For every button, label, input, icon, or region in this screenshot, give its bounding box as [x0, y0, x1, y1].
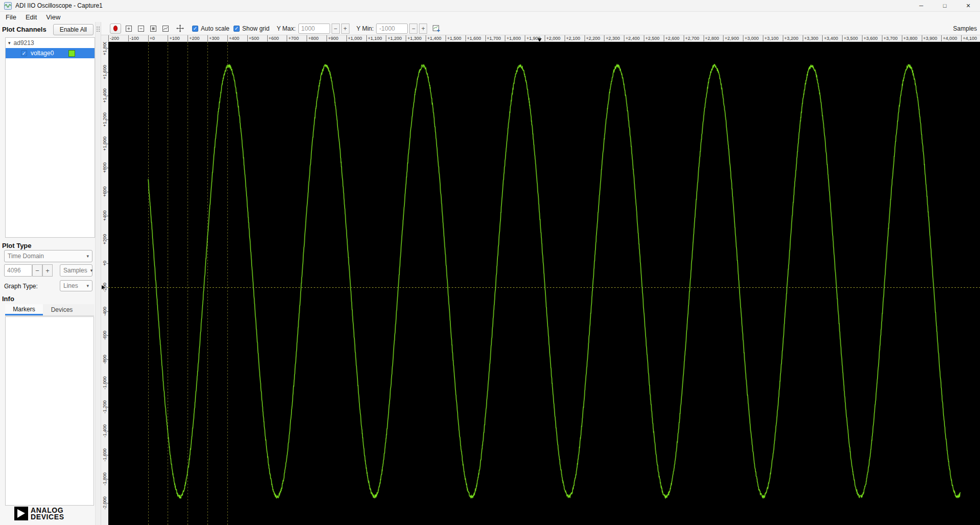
x-axis-tick-label: +3,600 [862, 35, 878, 41]
y-axis-ruler: +1,800+1,600+1,400+1,200+1,000+800+600+4… [101, 42, 108, 525]
x-axis-tick-label: +600 [267, 35, 279, 41]
title-bar: ADI IIO Oscilloscope - Capture1 ─ □ × [0, 0, 980, 12]
autoscale-control: ✓ Auto scale [192, 25, 229, 32]
menu-view[interactable]: View [41, 12, 65, 22]
ruler-corner [101, 35, 108, 42]
menu-file[interactable]: File [1, 12, 21, 22]
zoom-in-icon[interactable] [125, 25, 133, 33]
menu-bar: File Edit View [0, 12, 980, 22]
info-tabs: Markers Devices [5, 304, 94, 316]
x-axis-tick-label: +1,100 [366, 35, 382, 41]
zoom-fit-icon[interactable] [149, 25, 157, 33]
x-axis-tick-label: +4,000 [941, 35, 957, 41]
x-axis-tick-label: +1,400 [426, 35, 441, 41]
x-axis-tick-label: +500 [247, 35, 259, 41]
x-axis-tick-label: +4,100 [961, 35, 977, 41]
sample-count-decrement[interactable]: − [32, 264, 42, 277]
x-axis-tick-label: +3,900 [922, 35, 938, 41]
ymin-increment[interactable]: + [419, 24, 427, 34]
x-axis-tick-label: +300 [207, 35, 219, 41]
x-axis-tick-label: +1,000 [346, 35, 362, 41]
tab-devices[interactable]: Devices [43, 304, 81, 315]
new-plot-icon[interactable] [432, 25, 440, 33]
device-row-ad9213[interactable]: ▾ ad9213 [6, 38, 95, 48]
x-axis-tick-label: +3,500 [842, 35, 858, 41]
x-axis-tick-label: +900 [326, 35, 338, 41]
x-axis-tick-label: +2,200 [585, 35, 600, 41]
ymax-decrement[interactable]: − [332, 24, 340, 34]
pane-handle-icon [96, 26, 100, 32]
maximize-button[interactable]: □ [933, 0, 956, 11]
x-axis-tick-label: +3,300 [803, 35, 819, 41]
plot-region: -200-100+0+100+200+300+400+500+600+700+8… [101, 35, 980, 525]
x-axis-tick-label: +100 [168, 35, 179, 41]
x-axis-tick-label: +3,700 [882, 35, 898, 41]
pane-splitter[interactable] [95, 22, 101, 525]
x-axis-tick-label: +200 [188, 35, 199, 41]
enable-all-button[interactable]: Enable All [53, 24, 94, 35]
graph-type-value: Lines [63, 282, 78, 289]
x-axis-tick-label: +1,800 [505, 35, 521, 41]
chevron-down-icon: ▾ [83, 254, 89, 259]
showgrid-control: ✓ Show grid [234, 25, 269, 32]
ymax-label: Y Max: [276, 25, 295, 32]
sample-unit-value: Samples [63, 267, 87, 274]
chevron-down-icon: ▾ [83, 283, 89, 288]
sample-count-input[interactable] [4, 264, 32, 277]
graph-type-label: Graph Type: [4, 283, 38, 290]
ymin-decrement[interactable]: − [409, 24, 417, 34]
expander-icon[interactable]: ▾ [8, 40, 11, 45]
autoscale-label: Auto scale [201, 25, 229, 32]
sample-count-increment[interactable]: + [42, 264, 53, 277]
channel-name: voltage0 [31, 50, 54, 57]
x-axis-tick-label: +1,600 [465, 35, 481, 41]
sample-unit-dropdown[interactable]: Samples ▾ [60, 264, 92, 277]
main-panel: ✓ Auto scale ✓ Show grid Y Max: − + Y Mi… [101, 22, 980, 525]
chevron-down-icon: ▾ [87, 268, 93, 273]
x-axis-tick-label: +2,900 [723, 35, 739, 41]
close-button[interactable]: × [956, 0, 980, 11]
capture-button[interactable] [110, 24, 121, 34]
ymax-input[interactable] [298, 24, 330, 34]
ymax-increment[interactable]: + [341, 24, 349, 34]
channel-row-voltage0[interactable]: ✓ voltage0 [6, 48, 95, 58]
zoom-reset-icon[interactable] [161, 25, 170, 33]
autoscale-checkbox[interactable]: ✓ [192, 26, 198, 32]
x-axis-tick-label: +2,100 [565, 35, 580, 41]
x-axis-tick-label: +800 [307, 35, 318, 41]
ymin-input[interactable] [376, 24, 408, 34]
sidebar: Plot Channels Enable All ▾ ad9213 ✓ volt… [0, 22, 95, 525]
minimize-button[interactable]: ─ [909, 0, 933, 11]
x-axis-tick-label: -200 [108, 35, 119, 41]
info-panel [5, 316, 94, 506]
x-axis-tick-label: +1,300 [406, 35, 422, 41]
plot-type-dropdown[interactable]: Time Domain ▾ [4, 250, 92, 262]
check-icon: ✓ [235, 26, 239, 31]
x-axis-tick-label: -100 [128, 35, 139, 41]
check-icon: ✓ [22, 51, 26, 56]
x-axis-unit-label: Samples [953, 25, 977, 32]
tab-markers[interactable]: Markers [5, 304, 43, 315]
channel-checkbox[interactable]: ✓ [21, 50, 27, 56]
channel-color-swatch[interactable] [68, 50, 75, 57]
graph-type-dropdown[interactable]: Lines ▾ [60, 280, 92, 291]
plot-type-label: Plot Type [2, 242, 32, 249]
check-icon: ✓ [193, 26, 197, 31]
showgrid-checkbox[interactable]: ✓ [234, 26, 240, 32]
x-axis-tick-label: +2,500 [644, 35, 660, 41]
x-axis-tick-label: +1,500 [446, 35, 461, 41]
plot-type-value: Time Domain [8, 253, 44, 260]
app-icon [4, 2, 12, 10]
x-axis-tick-label: +2,300 [604, 35, 620, 41]
move-crosshair-icon[interactable] [176, 25, 184, 33]
plot-toolbar: ✓ Auto scale ✓ Show grid Y Max: − + Y Mi… [101, 22, 980, 35]
oscilloscope-plot[interactable] [108, 42, 980, 525]
x-axis-tick-label: +700 [287, 35, 298, 41]
device-name: ad9213 [14, 39, 34, 47]
x-axis-tick-label: +0 [148, 35, 155, 41]
menu-edit[interactable]: Edit [21, 12, 41, 22]
x-axis-tick-label: +1,200 [386, 35, 402, 41]
x-axis-tick-label: +3,400 [822, 35, 838, 41]
zoom-out-icon[interactable] [137, 25, 145, 33]
window-title: ADI IIO Oscilloscope - Capture1 [15, 2, 103, 9]
